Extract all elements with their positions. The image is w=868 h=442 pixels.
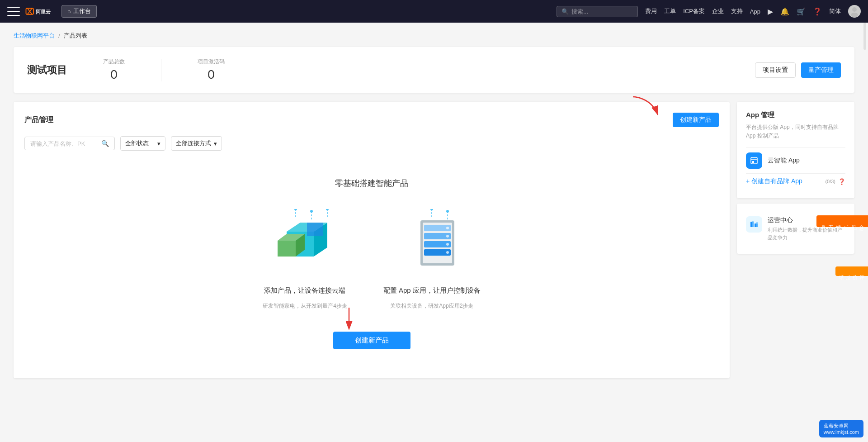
svg-marker-16 (278, 241, 296, 257)
ops-center-icon (746, 216, 762, 233)
workbench-label: 工作台 (73, 7, 91, 15)
illustration-item-1: 添加产品，让设备连接云端 研发智能家电，从开发到量产4步走 (263, 207, 347, 310)
breadcrumb-parent[interactable]: 生活物联网平台 (14, 32, 55, 40)
svg-point-33 (446, 251, 449, 254)
panel-header: 产品管理 创建新产品 (24, 113, 719, 127)
status-filter-label: 全部状态 (125, 139, 149, 147)
product-search-input[interactable] (30, 140, 98, 147)
connection-filter-chevron: ▾ (214, 140, 217, 147)
breadcrumb: 生活物联网平台 / 产品列表 (14, 32, 854, 40)
illus-sub-1: 研发智能家电，从开发到量产4步走 (263, 302, 347, 310)
svg-text:阿里云: 阿里云 (36, 9, 51, 14)
product-management-panel: 产品管理 创建新产品 (14, 102, 730, 378)
nav-link-order[interactable]: 工单 (664, 7, 676, 15)
product-search-icon[interactable]: 🔍 (101, 140, 109, 147)
nav-link-icp[interactable]: ICP备案 (683, 7, 705, 15)
svg-point-30 (446, 227, 449, 229)
workbench-button[interactable]: ⌂ 工作台 (61, 5, 97, 18)
breadcrumb-current: 产品列表 (64, 32, 87, 40)
cloud-app-name: 云智能 App (768, 157, 800, 165)
nav-link-support[interactable]: 支持 (731, 7, 743, 15)
nav-right-section: 🔍 费用 工单 ICP备案 企业 支持 App ▶ 🔔 🛒 ❓ 简体 (557, 5, 861, 18)
arrow-to-create-btn (628, 95, 665, 122)
illus-label-2: 配置 App 应用，让用户控制设备 (383, 286, 481, 295)
scrollbar-indicator (863, 23, 866, 50)
stat-divider (161, 59, 161, 81)
ops-desc: 利用统计数据，提升商业价值和产品竞争力 (768, 226, 845, 241)
product-count-stat: 产品总数 0 (103, 58, 125, 82)
server-illustration (391, 207, 472, 279)
project-actions: 项目设置 量产管理 (755, 62, 841, 78)
create-product-button-top[interactable]: 创建新产品 (673, 113, 719, 127)
search-box[interactable]: 🔍 (557, 6, 638, 17)
watermark: 蓝莓安卓网 www.lmkjst.com (819, 420, 863, 437)
svg-rect-41 (756, 222, 758, 227)
svg-point-32 (446, 243, 449, 246)
cloud-app-icon (746, 152, 762, 169)
svg-point-5 (851, 13, 858, 17)
illustrations-row: 添加产品，让设备连接云端 研发智能家电，从开发到量产4步走 (24, 207, 719, 310)
blocks-illustration (264, 207, 345, 279)
nav-link-enterprise[interactable]: 企业 (712, 7, 724, 15)
svg-marker-19 (307, 223, 323, 236)
empty-state: 零基础搭建智能产品 (24, 164, 719, 367)
logo[interactable]: 阿里云 (25, 5, 52, 18)
home-icon: ⌂ (67, 8, 71, 14)
project-settings-button[interactable]: 项目设置 (755, 62, 796, 78)
bell-icon[interactable]: 🔔 (780, 7, 789, 16)
search-icon: 🔍 (561, 8, 569, 15)
create-product-button-center[interactable]: 创建新产品 (333, 332, 410, 349)
panel-filters: 🔍 全部状态 ▾ 全部连接方式 ▾ (24, 136, 719, 151)
connection-filter-label: 全部连接方式 (176, 139, 211, 147)
svg-point-21 (430, 209, 433, 210)
activation-label: 项目激活码 (198, 58, 225, 66)
connection-filter[interactable]: 全部连接方式 ▾ (171, 136, 222, 151)
breadcrumb-separator: / (58, 33, 60, 39)
product-search-wrap[interactable]: 🔍 (24, 137, 115, 150)
illus-label-1: 添加产品，让设备连接云端 (264, 286, 345, 295)
nav-link-app[interactable]: App (750, 8, 760, 15)
cloud-app-item[interactable]: 云智能 App (746, 147, 845, 173)
svg-rect-40 (752, 221, 754, 227)
cart-icon[interactable]: 🛒 (797, 7, 806, 16)
empty-title: 零基础搭建智能产品 (335, 178, 408, 189)
lang-toggle[interactable]: 简体 (829, 7, 841, 15)
svg-point-10 (310, 210, 313, 213)
svg-point-8 (294, 209, 297, 210)
nav-link-fees[interactable]: 费用 (645, 7, 657, 15)
app-card-title: App 管理 (746, 111, 845, 119)
panel-title: 产品管理 (24, 115, 53, 125)
status-filter-chevron: ▾ (157, 140, 160, 147)
svg-rect-35 (751, 157, 757, 164)
main-container: 生活物联网平台 / 产品列表 测试项目 产品总数 0 项目激活码 0 项目设置 … (0, 23, 868, 442)
app-management-card: App 管理 平台提供公版 App，同时支持自有品牌 App 控制产品 云智能 … (737, 102, 854, 198)
ops-center-card: 运营中心 利用统计数据，提升商业价值和产品竞争力 (737, 204, 854, 254)
feedback-tab[interactable]: 意 见 反 馈 工 具 (816, 215, 868, 227)
status-filter[interactable]: 全部状态 ▾ (120, 136, 165, 151)
activation-value: 0 (208, 67, 215, 82)
hamburger-menu-button[interactable] (7, 7, 20, 16)
illus-sub-2: 关联相关设备，研发App应用2步走 (390, 302, 473, 310)
content-layout: 产品管理 创建新产品 (14, 102, 854, 378)
mass-production-button[interactable]: 量产管理 (801, 62, 841, 78)
create-brand-app-label: + 创建自有品牌 App (746, 177, 802, 185)
arrow-to-create-center (335, 305, 363, 333)
top-navigation: 阿里云 ⌂ 工作台 🔍 费用 工单 ICP备案 企业 支持 App ▶ 🔔 🛒 … (0, 0, 868, 23)
search-input[interactable] (571, 8, 635, 15)
help-icon[interactable]: ❓ (813, 7, 822, 16)
svg-point-23 (446, 210, 449, 213)
help-badge-icon[interactable]: ❓ (838, 178, 845, 185)
svg-point-31 (446, 235, 449, 238)
svg-rect-37 (752, 161, 754, 163)
video-icon[interactable]: ▶ (768, 7, 773, 16)
app-quota-badge: (0/3) (825, 179, 835, 184)
app-card-desc: 平台提供公版 App，同时支持自有品牌 App 控制产品 (746, 123, 845, 140)
right-sidebar: App 管理 平台提供公版 App，同时支持自有品牌 App 控制产品 云智能 … (737, 102, 854, 254)
avatar[interactable] (848, 5, 861, 18)
product-count-label: 产品总数 (103, 58, 125, 66)
create-brand-app-link[interactable]: + 创建自有品牌 App (0/3) ❓ (746, 173, 845, 189)
rating-tab[interactable]: 评 价 反 馈 (835, 266, 868, 276)
project-title: 测试项目 (27, 63, 67, 77)
product-count-value: 0 (110, 67, 118, 82)
project-header-card: 测试项目 产品总数 0 项目激活码 0 项目设置 量产管理 (14, 47, 854, 93)
